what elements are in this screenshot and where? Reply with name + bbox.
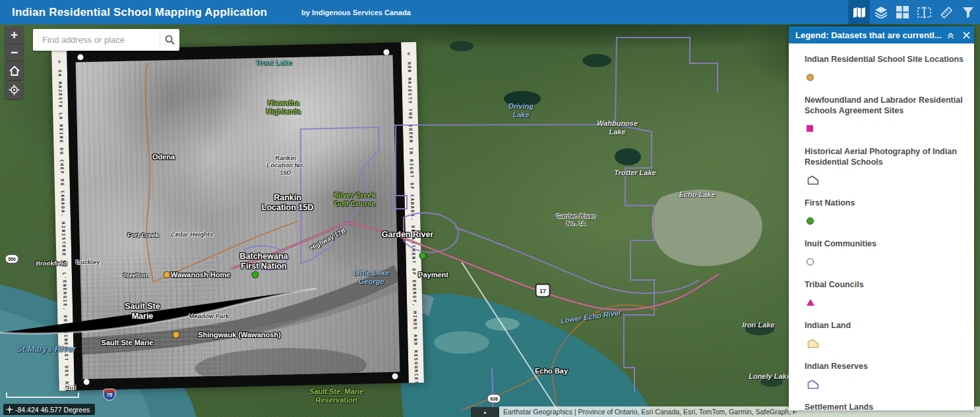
legend-item-label: Newfoundland and Labrador Residential Sc…: [805, 95, 965, 116]
legend-item: Inuit Communities: [805, 238, 965, 267]
locate-button[interactable]: [5, 81, 23, 99]
app-header: Indian Residential School Mapping Applic…: [0, 0, 980, 24]
legend-item: Indian Residential School Site Locations: [805, 54, 965, 83]
zoom-out-button[interactable]: −: [5, 43, 23, 61]
legend-item-label: Indian Reserves: [805, 361, 965, 372]
legend-item: Tribal Councils: [805, 279, 965, 308]
legend-body: Indian Residential School Site Locations…: [789, 43, 974, 410]
legend-panel: Legend: Datasets that are currentl... In…: [789, 26, 974, 410]
legend-item: Indian Land: [805, 320, 965, 349]
page-title: Indian Residential School Mapping Applic…: [12, 6, 267, 19]
filter-icon: [962, 7, 974, 18]
legend-map-icon: [853, 7, 866, 18]
search-button[interactable]: [160, 29, 179, 51]
legend-item-label: Inuit Communities: [805, 238, 965, 249]
home-icon: [9, 66, 20, 76]
legend-item: Indian Reserves: [805, 361, 965, 390]
legend-item-label: Tribal Councils: [805, 279, 965, 290]
crosshair-icon[interactable]: [3, 404, 15, 415]
legend-item-label: Historical Aerial Photography of Indian …: [805, 146, 965, 167]
zoom-in-button[interactable]: +: [5, 26, 23, 43]
locate-icon: [9, 84, 20, 96]
legend-panel-header: Legend: Datasets that are currentl...: [789, 26, 974, 43]
legend-item: First Nations: [805, 198, 965, 227]
page-subtitle: by Indigenous Services Canada: [301, 9, 411, 16]
search-icon: [164, 34, 175, 45]
toolbar-button-layers[interactable]: [870, 0, 892, 24]
photo-city-texture: [80, 254, 223, 379]
photo-corner-hole: [392, 374, 398, 379]
scale-bar: 2mi: [6, 393, 79, 398]
toolbar-button-legend-map[interactable]: [848, 0, 870, 24]
legend-item-symbol-poly-tan: [805, 337, 965, 349]
coordinates-widget: -84.424 46.577 Degrees: [3, 404, 95, 415]
legend-item-label: Indian Residential School Site Locations: [805, 54, 965, 65]
toolbar-button-filter[interactable]: [957, 0, 979, 24]
collapse-icon: [946, 31, 955, 40]
legend-item-label: Indian Land: [805, 320, 965, 331]
scale-label: 2mi: [65, 384, 77, 391]
attribution-expander[interactable]: ▲: [471, 407, 499, 417]
legend-item-label: Settlement Lands: [805, 402, 965, 410]
legend-item-symbol-poly-purple: [805, 378, 965, 390]
legend-item-symbol-triangle-magenta: [805, 296, 965, 308]
legend-collapse-button[interactable]: [942, 26, 958, 43]
layers-icon: [874, 6, 888, 18]
legend-item-label: First Nations: [805, 198, 965, 208]
legend-item: Historical Aerial Photography of Indian …: [805, 146, 965, 186]
close-icon: [963, 32, 970, 39]
basemap-gallery-icon: [896, 6, 909, 18]
legend-item-symbol-dot-orange: [805, 71, 965, 83]
legend-item: Newfoundland and Labrador Residential Sc…: [805, 95, 965, 134]
photo-credit-text-en: © HER MAJESTY THE QUEEN IN RIGHT OF CANA…: [406, 51, 419, 383]
search-input[interactable]: [41, 29, 160, 51]
map-viewport[interactable]: © SA MAJESTE LA REINE DU CHEF DU CANADA.…: [0, 24, 980, 417]
app-window: { "header": { "title": "Indian Residenti…: [0, 0, 980, 417]
legend-close-button[interactable]: [958, 26, 974, 43]
photo-corner-hole: [77, 54, 83, 60]
historical-aerial-photo[interactable]: © SA MAJESTE LA REINE DU CHEF DU CANADA.…: [51, 42, 424, 391]
coordinates-readout: -84.424 46.577 Degrees: [15, 406, 90, 414]
home-button[interactable]: [5, 62, 23, 80]
legend-item-symbol-poly-outline: [805, 174, 965, 186]
toolbar-button-swipe[interactable]: [913, 0, 935, 24]
legend-title: Legend: Datasets that are currentl...: [795, 30, 942, 40]
photo-corner-hole: [84, 379, 90, 385]
legend-item-symbol-dot-green: [805, 215, 965, 227]
legend-item: Settlement Lands: [805, 402, 965, 410]
toolbar-button-measure[interactable]: [935, 0, 957, 24]
photo-corner-hole: [383, 49, 389, 55]
zoom-control: + −: [5, 26, 23, 61]
swipe-icon: [917, 7, 931, 18]
header-toolbar: [848, 0, 979, 24]
photo-frame: [67, 42, 409, 390]
search-widget: [33, 29, 173, 51]
legend-item-symbol-circle-hollow: [805, 256, 965, 267]
legend-item-symbol-square-magenta: [805, 123, 965, 134]
measure-icon: [940, 6, 953, 19]
toolbar-button-basemap-gallery[interactable]: [892, 0, 913, 24]
